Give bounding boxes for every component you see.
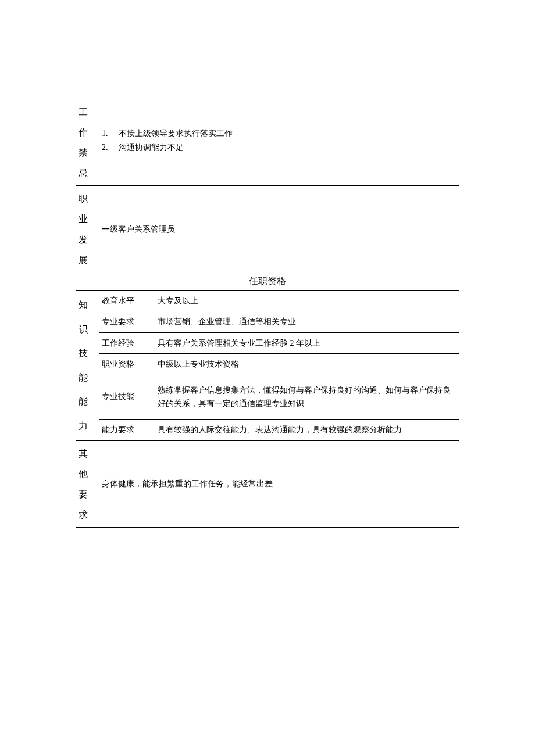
ksa-label-line: 知 识 — [79, 293, 97, 341]
qualification-header-text: 任职资格 — [249, 276, 286, 286]
ksa-label-line: 能力 — [79, 389, 97, 438]
skill-value: 熟练掌握客户信息搜集方法，懂得如何与客户保持良好的沟通、如何与客户保持良好的关系… — [155, 375, 459, 419]
empty-top-content-cell — [99, 58, 459, 99]
work-taboo-list: 1. 不按上级领导要求执行落实工作 2. 沟通协调能力不足 — [102, 128, 456, 153]
experience-label: 工作经验 — [99, 332, 155, 353]
list-number: 2. — [102, 143, 112, 152]
major-label: 专业要求 — [99, 311, 155, 332]
career-label-char: 发 — [79, 230, 97, 250]
other-label-char: 求 — [79, 504, 97, 525]
career-content: 一级客户关系管理员 — [99, 186, 459, 273]
major-value: 市场营销、企业管理、通信等相关专业 — [155, 311, 459, 332]
work-taboo-content: 1. 不按上级领导要求执行落实工作 2. 沟通协调能力不足 — [99, 99, 459, 186]
other-label-char: 要 — [79, 484, 97, 504]
other-content: 身体健康，能承担繁重的工作任务，能经常出差 — [99, 440, 459, 528]
education-label: 教育水平 — [99, 291, 155, 311]
qualification-header: 任职资格 — [76, 273, 459, 291]
other-label: 其 他 要 求 — [76, 440, 99, 528]
ksa-label: 知 识 技 能 能力 — [76, 291, 99, 441]
career-label-char: 展 — [79, 250, 97, 270]
cert-value: 中级以上专业技术资格 — [155, 354, 459, 375]
work-taboo-label: 工 作禁忌 — [76, 99, 99, 186]
work-taboo-label-text: 工 作禁忌 — [79, 107, 88, 178]
cert-label: 职业资格 — [99, 354, 155, 375]
career-label-char: 业 — [79, 209, 97, 229]
skill-label: 专业技能 — [99, 375, 155, 419]
other-text: 身体健康，能承担繁重的工作任务，能经常出差 — [102, 479, 273, 488]
ability-value: 具有较强的人际交往能力、表达沟通能力，具有较强的观察分析能力 — [155, 420, 459, 441]
list-number: 1. — [102, 129, 112, 138]
list-text: 沟通协调能力不足 — [119, 143, 184, 152]
career-label: 职 业 发 展 — [76, 186, 99, 273]
experience-value: 具有客户关系管理相关专业工作经脸 2 年以上 — [155, 332, 459, 353]
work-taboo-item: 1. 不按上级领导要求执行落实工作 — [102, 128, 456, 139]
ksa-label-line: 技 能 — [79, 341, 97, 389]
empty-top-label-cell — [76, 58, 99, 99]
other-label-char: 他 — [79, 464, 97, 484]
job-spec-table: 工 作禁忌 1. 不按上级领导要求执行落实工作 2. 沟通协调能力不足 职 业 … — [76, 58, 459, 528]
list-text: 不按上级领导要求执行落实工作 — [119, 129, 233, 138]
education-value: 大专及以上 — [155, 291, 459, 311]
other-label-char: 其 — [79, 443, 97, 464]
ability-label: 能力要求 — [99, 420, 155, 441]
career-text: 一级客户关系管理员 — [102, 225, 175, 234]
work-taboo-item: 2. 沟通协调能力不足 — [102, 142, 456, 153]
career-label-char: 职 — [79, 188, 97, 209]
